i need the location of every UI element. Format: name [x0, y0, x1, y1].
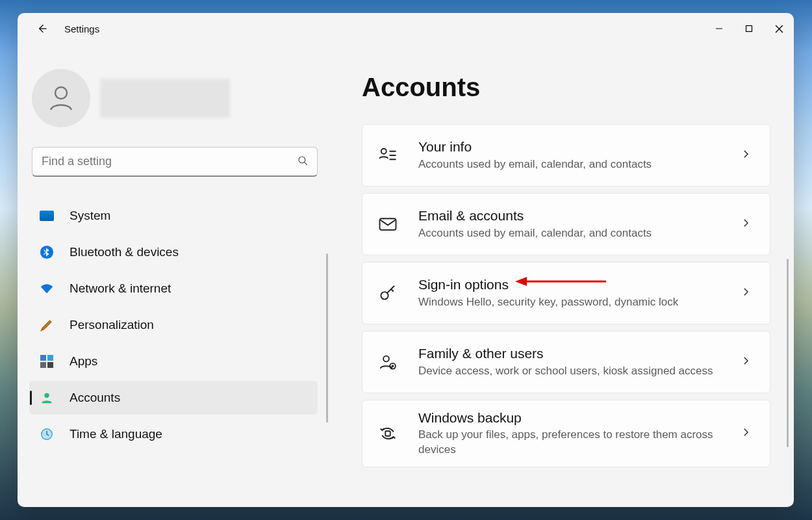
sidebar: System Bluetooth & devices Network & int…	[18, 44, 325, 507]
card-desc: Back up your files, apps, preferences to…	[418, 428, 740, 458]
card-title: Family & other users	[418, 345, 740, 362]
card-title: Email & accounts	[418, 207, 740, 224]
key-icon	[377, 282, 399, 304]
card-desc: Device access, work or school users, kio…	[418, 364, 740, 379]
card-desc: Accounts used by email, calendar, and co…	[418, 226, 740, 241]
sidebar-item-personalization[interactable]: Personalization	[29, 308, 318, 342]
people-icon	[377, 351, 399, 373]
svg-point-7	[40, 246, 53, 259]
svg-point-5	[299, 157, 305, 163]
card-family-other-users[interactable]: Family & other users Device access, work…	[362, 331, 770, 393]
close-button[interactable]	[764, 13, 794, 44]
accounts-icon	[38, 389, 55, 406]
personalization-icon	[38, 317, 55, 333]
sidebar-item-label: Time & language	[70, 427, 162, 441]
network-icon	[38, 280, 55, 297]
svg-point-15	[381, 292, 388, 299]
sidebar-item-label: Network & internet	[70, 281, 171, 296]
chevron-right-icon	[740, 286, 752, 300]
chevron-right-icon	[740, 426, 752, 441]
maximize-button[interactable]	[734, 13, 764, 44]
svg-point-8	[44, 393, 49, 398]
svg-rect-1	[746, 26, 752, 32]
system-icon	[38, 207, 55, 224]
svg-point-4	[55, 87, 67, 99]
sidebar-nav: System Bluetooth & devices Network & int…	[29, 199, 318, 451]
svg-point-18	[383, 356, 389, 362]
back-button[interactable]	[32, 19, 51, 38]
sidebar-item-system[interactable]: System	[29, 199, 318, 233]
search-box[interactable]	[32, 147, 318, 177]
sidebar-item-apps[interactable]: Apps	[29, 344, 318, 378]
sidebar-item-label: Bluetooth & devices	[70, 245, 179, 259]
card-desc: Windows Hello, security key, password, d…	[418, 295, 740, 310]
svg-rect-14	[380, 218, 396, 230]
content-pane: Accounts Your info Accounts used by emai…	[325, 44, 794, 507]
minimize-button[interactable]	[704, 13, 734, 44]
card-email-accounts[interactable]: Email & accounts Accounts used by email,…	[362, 193, 770, 255]
chevron-right-icon	[740, 148, 752, 162]
profile-block[interactable]	[32, 69, 318, 127]
content-scrollbar[interactable]	[787, 259, 789, 447]
sidebar-item-network[interactable]: Network & internet	[29, 272, 318, 306]
svg-rect-20	[385, 431, 390, 436]
titlebar: Settings	[18, 13, 794, 44]
chevron-right-icon	[740, 217, 752, 231]
card-desc: Accounts used by email, calendar, and co…	[418, 157, 740, 172]
sidebar-item-label: Apps	[70, 354, 97, 369]
apps-icon	[38, 353, 55, 370]
search-input[interactable]	[32, 147, 318, 177]
card-your-info[interactable]: Your info Accounts used by email, calend…	[362, 124, 770, 187]
window-controls	[704, 13, 794, 44]
chevron-right-icon	[740, 355, 752, 369]
card-title: Windows backup	[418, 410, 740, 426]
card-windows-backup[interactable]: Windows backup Back up your files, apps,…	[362, 400, 770, 467]
card-title: Your info	[418, 138, 740, 155]
your-info-icon	[377, 144, 399, 166]
window-title: Settings	[64, 23, 99, 34]
sidebar-item-bluetooth[interactable]: Bluetooth & devices	[29, 235, 318, 269]
sidebar-item-label: System	[70, 209, 110, 223]
settings-window: Settings	[18, 13, 794, 507]
page-title: Accounts	[362, 73, 794, 102]
sidebar-item-time-language[interactable]: Time & language	[29, 417, 318, 451]
svg-line-6	[305, 162, 307, 165]
search-icon	[297, 155, 309, 169]
card-title: Sign-in options	[418, 276, 740, 293]
sidebar-item-accounts[interactable]: Accounts	[29, 381, 318, 415]
avatar	[32, 69, 90, 127]
sidebar-item-label: Accounts	[70, 391, 120, 405]
mail-icon	[377, 213, 399, 235]
bluetooth-icon	[38, 244, 55, 261]
time-icon	[38, 426, 55, 443]
card-sign-in-options[interactable]: Sign-in options Windows Hello, security …	[362, 262, 770, 324]
sidebar-item-label: Personalization	[70, 318, 154, 332]
profile-name-redacted	[100, 79, 230, 118]
settings-card-list: Your info Accounts used by email, calend…	[362, 124, 794, 471]
svg-point-10	[381, 149, 387, 154]
backup-icon	[377, 422, 399, 445]
